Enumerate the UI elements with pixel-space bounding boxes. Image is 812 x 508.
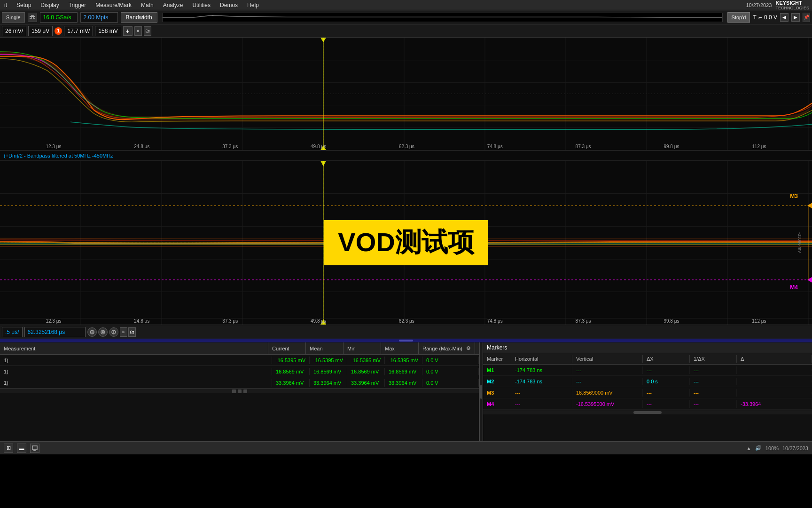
m3-horizontal: --- bbox=[511, 389, 572, 397]
ch1-label[interactable]: 1 bbox=[55, 27, 62, 35]
m3-dx: --- bbox=[643, 389, 690, 397]
mode-icon[interactable] bbox=[28, 13, 37, 22]
status-icon-grid[interactable]: ⊞ bbox=[4, 444, 13, 453]
trigger-label: T bbox=[753, 14, 756, 21]
top-time-label-0: 12.3 μs bbox=[46, 144, 61, 149]
meas-max-1: 16.8569 mV bbox=[385, 368, 422, 375]
m4-horizontal: --- bbox=[511, 400, 572, 408]
m4-id: M4 bbox=[483, 400, 511, 408]
svg-point-48 bbox=[102, 331, 104, 333]
trigger-value: 0.0 V bbox=[764, 14, 777, 21]
filter-label-text: (+Dm)/2 - Bandpass filtered at 50MHz -45… bbox=[4, 153, 113, 159]
top-time-label-4: 62.3 μs bbox=[399, 144, 414, 149]
mth-dx: ΔX bbox=[643, 355, 690, 363]
menu-measure[interactable]: Measure/Mark bbox=[94, 2, 133, 8]
add-channel-button[interactable]: + bbox=[123, 26, 133, 36]
status-speaker-icon: 🔊 bbox=[755, 445, 762, 451]
separator-handle[interactable] bbox=[399, 340, 413, 341]
m3-id: M3 bbox=[483, 389, 511, 397]
trigger-nav-left[interactable]: ◀ bbox=[780, 13, 789, 22]
stopd-button[interactable]: Stop'd bbox=[727, 12, 750, 23]
m1-delta bbox=[737, 369, 812, 371]
markers-panel: Markers Marker Horizontal Vertical ΔX 1/… bbox=[483, 342, 812, 441]
settings-gear-icon[interactable]: ⚙ bbox=[466, 345, 471, 351]
status-icon-mark[interactable] bbox=[30, 444, 39, 453]
menu-setup[interactable]: Setup bbox=[15, 2, 32, 8]
channel-pin-button[interactable]: 🗂 bbox=[144, 26, 151, 36]
trigger-pin-button[interactable]: 📌 bbox=[803, 13, 810, 22]
measurement-row-2: 1) 33.3964 mV 33.3964 mV 33.3964 mV 33.3… bbox=[0, 377, 479, 389]
horiz-pin[interactable]: 🗂 bbox=[128, 327, 136, 337]
vod-text: VOD测试项 bbox=[338, 225, 474, 261]
main-time-label-2: 37.3 μs bbox=[222, 318, 238, 324]
status-icon-chart[interactable]: ▬ bbox=[17, 444, 26, 453]
waveform-main: VOD测试项 M3 M4 -33396 mV 12.3 μs 24.8 μs 3… bbox=[0, 161, 812, 325]
meas-range-0: 0.0 V bbox=[422, 357, 479, 364]
sample-rate-display: 16.0 GSa/s bbox=[40, 12, 78, 23]
math-volts-display: 17.7 mV/ bbox=[64, 26, 93, 36]
m2-id: M2 bbox=[483, 378, 511, 385]
scroll-dot-1 bbox=[232, 389, 236, 393]
mth-inv-dx: 1/ΔX bbox=[690, 355, 737, 363]
markers-row-m3: M3 --- 16.8569000 mV --- --- bbox=[483, 387, 812, 398]
top-time-label-2: 37.3 μs bbox=[222, 144, 238, 149]
col-header-max: Max bbox=[381, 342, 419, 354]
menu-display[interactable]: Display bbox=[39, 2, 60, 8]
markers-scrollbar-thumb bbox=[633, 411, 662, 414]
m1-dx: --- bbox=[643, 366, 690, 374]
divider-handle bbox=[480, 385, 482, 399]
meas-current-1: 16.8569 mV bbox=[272, 368, 310, 375]
meas-min-2: 33.3964 mV bbox=[347, 379, 385, 387]
meas-max-0: -16.5395 mV bbox=[385, 357, 422, 364]
status-arrow-icon: ▲ bbox=[746, 445, 751, 451]
top-time-label-7: 99.8 μs bbox=[664, 144, 679, 149]
memory-display: 2.00 Mpts bbox=[80, 12, 118, 23]
markers-scrollbar[interactable] bbox=[483, 410, 812, 414]
wave-preview bbox=[162, 13, 723, 22]
mode-button[interactable]: Single bbox=[2, 12, 25, 23]
bandwidth-button[interactable]: Bandwidth bbox=[121, 12, 157, 23]
svg-marker-19 bbox=[320, 38, 326, 42]
math-value-display: 158 mV bbox=[95, 26, 121, 36]
meas-min-1: 16.8569 mV bbox=[347, 368, 385, 375]
m1-inv-dx: --- bbox=[690, 366, 737, 374]
measurements-scrollbar[interactable] bbox=[0, 389, 479, 393]
menu-trigger[interactable]: Trigger bbox=[67, 2, 88, 8]
mth-horizontal: Horizontal bbox=[511, 355, 572, 363]
channel-nav-right[interactable]: » bbox=[134, 26, 142, 36]
m2-vertical: --- bbox=[572, 378, 643, 385]
menu-math[interactable]: Math bbox=[140, 2, 155, 8]
meas-current-0: -16.5395 mV bbox=[272, 357, 310, 364]
m4-delta: -33.3964 bbox=[737, 400, 812, 408]
mth-marker: Marker bbox=[483, 355, 511, 363]
main-time-label-4: 62.3 μs bbox=[399, 318, 414, 324]
menu-utilities[interactable]: Utilities bbox=[191, 2, 212, 8]
menu-demos[interactable]: Demos bbox=[219, 2, 239, 8]
m2-delta bbox=[737, 381, 812, 382]
menu-help[interactable]: Help bbox=[246, 2, 260, 8]
main-time-axis: 12.3 μs 24.8 μs 37.3 μs 49.8 μs 62.3 μs … bbox=[0, 318, 812, 324]
menu-analyze[interactable]: Analyze bbox=[162, 2, 185, 8]
status-icons-right: ▲ 🔊 100% 10/27/2023 bbox=[746, 445, 808, 451]
horiz-nav-right[interactable]: » bbox=[120, 327, 127, 337]
trigger-nav-right[interactable]: ▶ bbox=[791, 13, 800, 22]
measurement-row-0: 1) -16.5395 mV -16.5395 mV -16.5395 mV -… bbox=[0, 355, 479, 366]
horiz-ctrl-1[interactable] bbox=[87, 327, 97, 337]
m3-vertical: 16.8569000 mV bbox=[572, 389, 643, 397]
vert-scale-label: -33396 mV bbox=[797, 232, 802, 253]
meas-mean-1: 16.8569 mV bbox=[310, 368, 347, 375]
menu-it[interactable]: it bbox=[3, 2, 8, 8]
vod-overlay: VOD测试项 bbox=[324, 220, 488, 265]
top-time-label-6: 87.3 μs bbox=[576, 144, 591, 149]
markers-row-m1: M1 -174.783 ns --- --- --- bbox=[483, 365, 812, 376]
meas-name-0: 1) bbox=[0, 357, 272, 364]
svg-marker-39 bbox=[320, 161, 326, 167]
panel-divider[interactable] bbox=[479, 342, 483, 441]
meas-name-2: 1) bbox=[0, 379, 272, 387]
horiz-ctrl-3[interactable] bbox=[109, 327, 118, 337]
col-header-measurement: Measurement bbox=[0, 342, 268, 354]
status-icons-left: ⊞ ▬ bbox=[4, 444, 39, 453]
col-header-mean: Mean bbox=[306, 342, 344, 354]
m2-horizontal: -174.783 ns bbox=[511, 378, 572, 385]
horiz-ctrl-2[interactable] bbox=[98, 327, 108, 337]
